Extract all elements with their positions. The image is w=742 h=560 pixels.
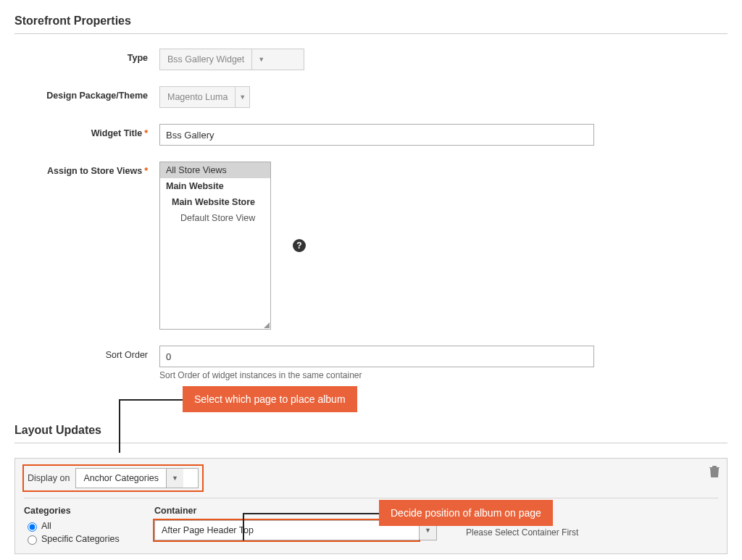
store-view-option-all[interactable]: All Store Views [160,162,270,178]
help-icon[interactable]: ? [293,239,306,252]
chevron-down-icon: ▼ [251,49,270,70]
widget-title-input[interactable] [159,124,594,146]
radio-specific-label: Specific Categories [41,534,120,544]
row-type: Type Bss Gallery Widget ▼ [14,49,728,70]
sort-order-input[interactable] [159,346,594,367]
store-view-option-default[interactable]: Default Store View [160,210,270,226]
store-view-option-main-store[interactable]: Main Website Store [160,194,270,210]
theme-select: Magento Luma ▼ [159,86,250,108]
layout-body: Categories All Specific Categories Conta… [24,498,718,546]
label-sort-order: Sort Order [14,346,159,360]
label-store-views: Assign to Store Views* [14,162,159,176]
store-views-multiselect[interactable]: All Store Views Main Website Main Websit… [159,162,271,330]
row-widget-title: Widget Title* [14,124,728,146]
categories-column: Categories All Specific Categories [24,506,125,546]
radio-all[interactable]: All [24,520,125,532]
row-theme: Design Package/Theme Magento Luma ▼ [14,86,728,108]
display-on-value: Anchor Categories [76,469,166,488]
layout-header: Display on Anchor Categories ▼ [24,466,718,498]
section-layout-title: Layout Updates [14,424,728,443]
label-categories: Categories [24,506,125,516]
sort-order-note: Sort Order of widget instances in the sa… [159,370,362,380]
radio-specific-input[interactable] [28,535,37,545]
chevron-down-icon: ▼ [166,469,183,488]
chevron-down-icon: ▼ [235,87,249,107]
radio-all-input[interactable] [28,522,37,532]
label-theme: Design Package/Theme [14,86,159,101]
label-widget-title: Widget Title* [14,124,159,138]
label-display-on: Display on [28,473,70,483]
section-storefront-title: Storefront Properties [14,14,728,34]
store-view-option-main-website[interactable]: Main Website [160,178,270,194]
callout-select-page: Select which page to place album [183,386,357,412]
type-select: Bss Gallery Widget ▼ [159,49,304,70]
resize-handle-icon [264,322,270,328]
label-type: Type [14,49,159,63]
callout-position: Decide position of album on page [379,500,553,526]
theme-select-value: Magento Luma [160,92,235,102]
radio-all-label: All [41,521,51,531]
row-store-views: Assign to Store Views* All Store Views M… [14,162,728,330]
display-on-select[interactable]: Anchor Categories ▼ [75,468,199,488]
radio-specific[interactable]: Specific Categories [24,533,125,545]
layout-update-box: Display on Anchor Categories ▼ Decide po… [14,458,728,554]
type-select-value: Bss Gallery Widget [160,54,251,64]
trash-icon[interactable] [709,466,720,480]
row-sort-order: Sort Order Sort Order of widget instance… [14,346,728,380]
